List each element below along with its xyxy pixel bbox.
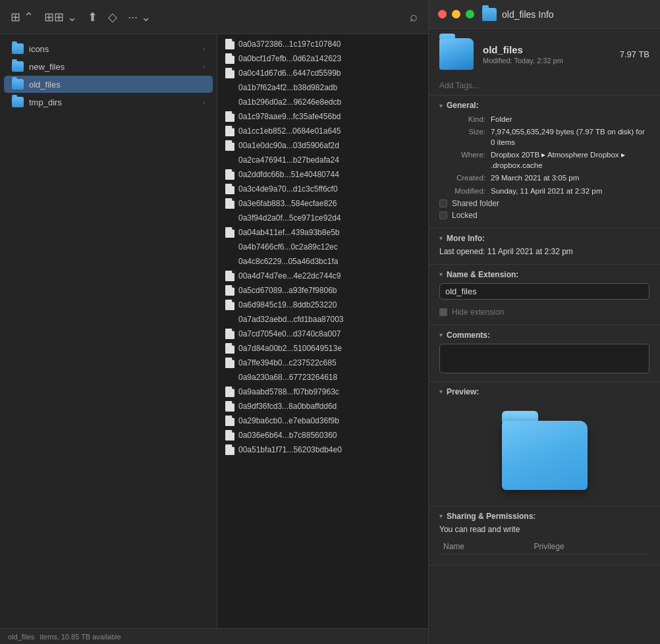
file-icon — [225, 416, 234, 426]
file-name: 0a7ffe394b0...c237522c685 — [238, 358, 337, 367]
list-item[interactable]: 0a3c4de9a70...d1c3c5ff6cf0 — [217, 182, 428, 196]
preview-header[interactable]: ▾ Preview: — [439, 387, 649, 396]
file-name: 0a2ca476941...b27bedafa24 — [238, 155, 339, 165]
file-name: 0a3c4de9a70...d1c3c5ff6cf0 — [238, 184, 338, 194]
list-item[interactable]: 0a9a230a68...67723264618 — [217, 370, 428, 385]
tag-button[interactable]: ◇ — [108, 10, 117, 24]
close-button[interactable] — [438, 10, 447, 18]
list-item[interactable]: 0a2ddfdc66b...51e40480744 — [217, 167, 428, 182]
hide-extension-checkbox[interactable] — [439, 308, 447, 316]
sidebar-item-new-files[interactable]: new_files › — [4, 58, 213, 75]
name-extension-header[interactable]: ▾ Name & Extension: — [439, 270, 649, 279]
file-name: 0a0a372386...1c197c107840 — [238, 40, 341, 49]
info-header-details: old_files Modified: Today, 2:32 pm — [483, 44, 611, 65]
file-name: 0a3e6fab883...584ecfae826 — [238, 199, 337, 208]
more-info-header-label: More Info: — [447, 234, 485, 243]
finder-content: icons › new_files › old_files › tmp_dirs… — [0, 34, 428, 628]
list-item[interactable]: 0a9df36fcd3...8a0bbaffdd6d — [217, 399, 428, 414]
shared-folder-checkbox[interactable] — [439, 200, 447, 207]
sharing-header[interactable]: ▾ Sharing & Permissions: — [439, 512, 649, 521]
size-value: 7,974,055,635,249 bytes (7.97 TB on disk… — [491, 126, 649, 148]
finder-panel: ⊞ ⌃ ⊞⊞ ⌄ ⬆ ◇ ··· ⌄ ⌕ icons › new_files ›… — [0, 0, 428, 644]
search-button[interactable]: ⌕ — [410, 9, 418, 24]
list-item[interactable]: 0a0bcf1d7efb...0d62a142623 — [217, 51, 428, 66]
list-item[interactable]: 0a3f94d2a0f...5ce971ce92d4 — [217, 211, 428, 225]
file-name: 0a7cd7054e0...d3740c8a007 — [238, 329, 341, 338]
list-item[interactable]: 0a036e6b64...b7c88560360 — [217, 428, 428, 443]
permissions-table: Name Privilege — [439, 539, 649, 554]
file-name: 0a1c978aae9...fc35afe456bd — [238, 112, 341, 121]
list-item[interactable]: 0a4c8c6229...05a46d3bc1fa — [217, 254, 428, 269]
general-section-header[interactable]: ▾ General: — [439, 101, 649, 110]
list-item[interactable]: 0a1b7f62a4f2...b38d982adb — [217, 80, 428, 95]
maximize-button[interactable] — [466, 10, 474, 18]
collapse-icon: ▾ — [439, 512, 443, 520]
comments-textarea[interactable] — [439, 344, 649, 373]
preview-container — [439, 400, 649, 500]
size-row: Size: 7,974,055,635,249 bytes (7.97 TB o… — [439, 126, 649, 148]
sidebar-item-old-files[interactable]: old_files › — [4, 76, 213, 93]
modified-row: Modified: Sunday, 11 April 2021 at 2:32 … — [439, 186, 649, 196]
where-label: Where: — [439, 149, 485, 171]
file-name: 00a51bfa1f71...56203bdb4e0 — [238, 445, 342, 454]
tags-input[interactable] — [439, 81, 649, 90]
locked-row: Locked — [439, 211, 649, 220]
file-name: 0a9a230a68...67723264618 — [238, 373, 337, 382]
locked-checkbox[interactable] — [439, 211, 447, 219]
file-name: 0a9df36fcd3...8a0bbaffdd6d — [238, 402, 337, 411]
sidebar-item-icons[interactable]: icons › — [4, 40, 213, 57]
sidebar-item-label: old_files — [29, 80, 61, 90]
file-name: 0a0bcf1d7efb...0d62a142623 — [238, 54, 341, 63]
file-icon — [225, 97, 234, 107]
list-item[interactable]: 0a0a372386...1c197c107840 — [217, 37, 428, 51]
share-button[interactable]: ⬆ — [88, 10, 97, 24]
name-input[interactable] — [439, 283, 649, 300]
list-item[interactable]: 00a1e0dc90a...03d5906af2d — [217, 138, 428, 153]
general-header-label: General: — [447, 101, 479, 110]
more-info-section: ▾ More Info: Last opened: 11 April 2021 … — [429, 228, 660, 265]
list-item[interactable]: 0a9aabd5788...f07bb97963c — [217, 385, 428, 399]
list-item[interactable]: 0a6d9845c19...8ddb253220 — [217, 298, 428, 312]
list-item[interactable]: 0a7cd7054e0...d3740c8a007 — [217, 327, 428, 341]
kind-value: Folder — [491, 114, 649, 124]
preview-folder-icon — [502, 411, 588, 490]
sidebar-item-label: icons — [29, 44, 49, 54]
more-button[interactable]: ··· ⌄ — [128, 10, 151, 24]
list-item[interactable]: 0a1c978aae9...fc35afe456bd — [217, 109, 428, 124]
list-item[interactable]: 0a7ad32aebd...cfd1baa87003 — [217, 312, 428, 327]
sidebar-item-tmp-dirs[interactable]: tmp_dirs › — [4, 94, 213, 111]
list-item[interactable]: 0a0c41d67d6...6447cd5599b — [217, 66, 428, 80]
view-toggle-button[interactable]: ⊞⊞ ⌄ — [44, 10, 77, 24]
list-item[interactable]: 00a51bfa1f71...56203bdb4e0 — [217, 443, 428, 457]
more-info-section-header[interactable]: ▾ More Info: — [439, 234, 649, 243]
list-item[interactable]: 00a4d74d7ee...4e22dc744c9 — [217, 269, 428, 283]
folder-name-status: old_files — [8, 633, 34, 641]
list-item[interactable]: 0a1b296d0a2...96246e8edcb — [217, 95, 428, 109]
list-item[interactable]: 0a1cc1eb852...0684e01a645 — [217, 124, 428, 138]
chevron-right-icon: › — [203, 81, 205, 88]
file-icon — [225, 82, 234, 93]
file-icon — [225, 314, 234, 325]
list-item[interactable]: 0a29ba6cb0...e7eba0d36f9b — [217, 414, 428, 428]
list-item[interactable]: 0a4b7466cf6...0c2a89c12ec — [217, 240, 428, 254]
info-folder-name: old_files — [483, 44, 611, 55]
list-item[interactable]: 0a7d84a00b2...5100649513e — [217, 341, 428, 356]
comments-header[interactable]: ▾ Comments: — [439, 331, 649, 340]
sharing-label: Sharing & Permissions: — [447, 512, 536, 521]
sharing-section: ▾ Sharing & Permissions: You can read an… — [429, 506, 660, 566]
info-scroll-area[interactable]: old_files Modified: Today, 2:32 pm 7.97 … — [429, 29, 660, 644]
minimize-button[interactable] — [452, 10, 460, 18]
list-item[interactable]: 0a7ffe394b0...c237522c685 — [217, 356, 428, 370]
info-folder-icon — [439, 38, 474, 70]
file-icon — [225, 444, 234, 455]
collapse-icon: ▾ — [439, 331, 443, 338]
file-name: 00a4d74d7ee...4e22dc744c9 — [238, 271, 341, 281]
list-item[interactable]: 0a5cd67089...a93fe7f9806b — [217, 283, 428, 298]
list-item[interactable]: 0a2ca476941...b27bedafa24 — [217, 153, 428, 167]
list-item[interactable]: 0a04ab411ef...439a93b8e5b — [217, 225, 428, 240]
file-icon — [225, 198, 234, 209]
collapse-icon: ▾ — [439, 271, 443, 278]
list-item[interactable]: 0a3e6fab883...584ecfae826 — [217, 196, 428, 211]
sidebar-toggle-button[interactable]: ⊞ ⌃ — [11, 10, 34, 24]
finder-sidebar: icons › new_files › old_files › tmp_dirs… — [0, 34, 217, 628]
